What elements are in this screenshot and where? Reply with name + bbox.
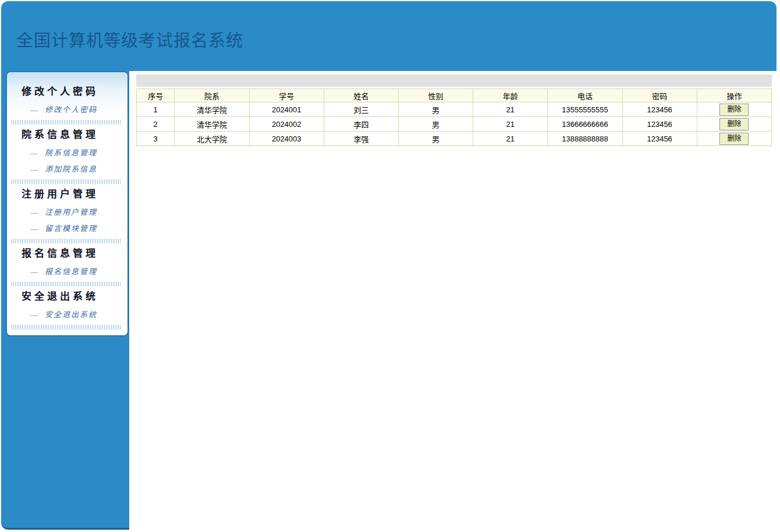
table-cell-actions: 删除 bbox=[697, 132, 771, 146]
registered-users-table: 序号院系学号姓名性别年龄电话密码操作 1清华学院2024001刘三男211355… bbox=[136, 88, 772, 146]
column-header: 电话 bbox=[548, 89, 622, 102]
sidebar-link-4-0[interactable]: 安全退出系统 bbox=[45, 310, 97, 319]
sidebar-link-3-0[interactable]: 报名信息管理 bbox=[45, 267, 97, 276]
sidebar-link-2-0[interactable]: 注册用户管理 bbox=[45, 208, 97, 217]
delete-button[interactable]: 删除 bbox=[719, 104, 749, 116]
column-header: 姓名 bbox=[324, 89, 398, 102]
table-cell-actions: 删除 bbox=[697, 117, 771, 132]
table-cell: 3 bbox=[137, 132, 175, 146]
sidebar-section-heading: 注册用户管理 bbox=[22, 189, 127, 200]
sidebar-section: 报名信息管理 —报名信息管理 bbox=[7, 248, 127, 286]
sidebar-link-dash: — bbox=[30, 165, 38, 173]
sidebar-link-row: —安全退出系统 bbox=[30, 308, 127, 321]
sidebar-link-row: —报名信息管理 bbox=[30, 265, 127, 278]
delete-button[interactable]: 删除 bbox=[719, 133, 749, 145]
table-cell: 13555555555 bbox=[548, 102, 622, 117]
sidebar-link-row: —注册用户管理 bbox=[30, 206, 127, 218]
content-area: 序号院系学号姓名性别年龄电话密码操作 1清华学院2024001刘三男211355… bbox=[129, 71, 777, 530]
column-header: 密码 bbox=[622, 89, 697, 102]
page-wrapper: 全国计算机等级考试报名系统 修改个人密码 —修改个人密码 院系信息管理 —院系信… bbox=[1, 1, 777, 530]
column-header: 年龄 bbox=[473, 89, 548, 102]
table-cell: 21 bbox=[473, 132, 548, 146]
sidebar-link-dash: — bbox=[30, 105, 38, 114]
sidebar-link-dash: — bbox=[30, 310, 38, 319]
sidebar-separator bbox=[12, 179, 122, 184]
sidebar-section: 注册用户管理 —注册用户管理 —留言模块管理 bbox=[7, 189, 127, 243]
table-cell-actions: 删除 bbox=[697, 102, 771, 117]
sidebar-link-1-1[interactable]: 添加院系信息 bbox=[45, 165, 97, 173]
page-title: 全国计算机等级考试报名系统 bbox=[16, 27, 777, 51]
sidebar-link-dash: — bbox=[30, 148, 38, 157]
sidebar-separator bbox=[12, 120, 122, 125]
sidebar-separator bbox=[12, 239, 122, 243]
column-header: 学号 bbox=[249, 89, 324, 102]
table-cell: 123456 bbox=[622, 102, 697, 117]
sidebar-links: —院系信息管理 —添加院系信息 bbox=[7, 147, 127, 175]
table-row: 1清华学院2024001刘三男2113555555555123456删除 bbox=[137, 102, 772, 117]
sidebar-section-heading: 院系信息管理 bbox=[22, 129, 127, 141]
table-cell: 北大学院 bbox=[175, 132, 249, 146]
sidebar-link-2-1[interactable]: 留言模块管理 bbox=[45, 224, 97, 233]
table-header-row: 序号院系学号姓名性别年龄电话密码操作 bbox=[137, 89, 772, 102]
sidebar-link-0-0[interactable]: 修改个人密码 bbox=[45, 105, 97, 114]
table-cell: 清华学院 bbox=[175, 117, 249, 132]
table-cell: 2 bbox=[137, 117, 175, 132]
sidebar-section: 院系信息管理 —院系信息管理 —添加院系信息 bbox=[7, 129, 127, 184]
table-cell: 李强 bbox=[324, 132, 398, 146]
table-body: 1清华学院2024001刘三男2113555555555123456删除2清华学… bbox=[137, 102, 772, 146]
sidebar-separator bbox=[12, 325, 122, 329]
table-cell: 男 bbox=[399, 132, 473, 146]
table-cell: 2024003 bbox=[249, 132, 324, 146]
column-header: 院系 bbox=[175, 89, 249, 102]
sidebar-link-row: —修改个人密码 bbox=[30, 104, 127, 116]
sidebar-column: 修改个人密码 —修改个人密码 院系信息管理 —院系信息管理 —添加院系信息 注册… bbox=[1, 71, 129, 530]
main-layout: 修改个人密码 —修改个人密码 院系信息管理 —院系信息管理 —添加院系信息 注册… bbox=[1, 71, 777, 530]
table-cell: 13888888888 bbox=[548, 132, 622, 146]
sidebar-section-heading: 修改个人密码 bbox=[22, 86, 127, 98]
table-cell: 2024002 bbox=[249, 117, 324, 132]
sidebar-section-heading: 报名信息管理 bbox=[22, 248, 127, 260]
table-cell: 男 bbox=[399, 117, 473, 132]
table-cell: 刘三 bbox=[324, 102, 398, 117]
sidebar-links: —修改个人密码 bbox=[7, 104, 127, 116]
table-cell: 21 bbox=[473, 102, 548, 117]
sidebar-section-heading: 安全退出系统 bbox=[22, 291, 127, 303]
table-cell: 123456 bbox=[622, 132, 697, 146]
app-header: 全国计算机等级考试报名系统 bbox=[1, 1, 777, 71]
sidebar-links: —注册用户管理 —留言模块管理 bbox=[7, 206, 127, 235]
content-toolbar-bar bbox=[136, 75, 772, 87]
sidebar-section: 安全退出系统 —安全退出系统 bbox=[7, 291, 127, 329]
sidebar-link-row: —留言模块管理 bbox=[30, 222, 127, 235]
sidebar-links: —报名信息管理 bbox=[7, 265, 127, 278]
sidebar-link-dash: — bbox=[30, 267, 38, 276]
column-header: 操作 bbox=[697, 89, 771, 102]
sidebar-links: —安全退出系统 bbox=[7, 308, 127, 321]
sidebar-nav: 修改个人密码 —修改个人密码 院系信息管理 —院系信息管理 —添加院系信息 注册… bbox=[6, 71, 129, 336]
sidebar-link-dash: — bbox=[30, 224, 38, 233]
sidebar-link-1-0[interactable]: 院系信息管理 bbox=[45, 148, 97, 157]
table-cell: 123456 bbox=[622, 117, 697, 132]
table-cell: 21 bbox=[473, 117, 548, 132]
delete-button[interactable]: 删除 bbox=[719, 118, 749, 130]
table-cell: 清华学院 bbox=[175, 102, 249, 117]
sidebar-link-row: —院系信息管理 bbox=[30, 147, 127, 159]
table-row: 3北大学院2024003李强男2113888888888123456删除 bbox=[137, 132, 772, 146]
table-cell: 李四 bbox=[324, 117, 398, 132]
sidebar-separator bbox=[12, 282, 122, 286]
table-cell: 1 bbox=[137, 102, 175, 117]
table-cell: 男 bbox=[399, 102, 473, 117]
table-cell: 2024001 bbox=[249, 102, 324, 117]
column-header: 性别 bbox=[399, 89, 473, 102]
column-header: 序号 bbox=[137, 89, 175, 102]
sidebar-link-row: —添加院系信息 bbox=[30, 163, 127, 175]
table-row: 2清华学院2024002李四男2113666666666123456删除 bbox=[137, 117, 772, 132]
sidebar-section: 修改个人密码 —修改个人密码 bbox=[7, 86, 127, 125]
sidebar-link-dash: — bbox=[30, 208, 38, 217]
table-cell: 13666666666 bbox=[548, 117, 622, 132]
